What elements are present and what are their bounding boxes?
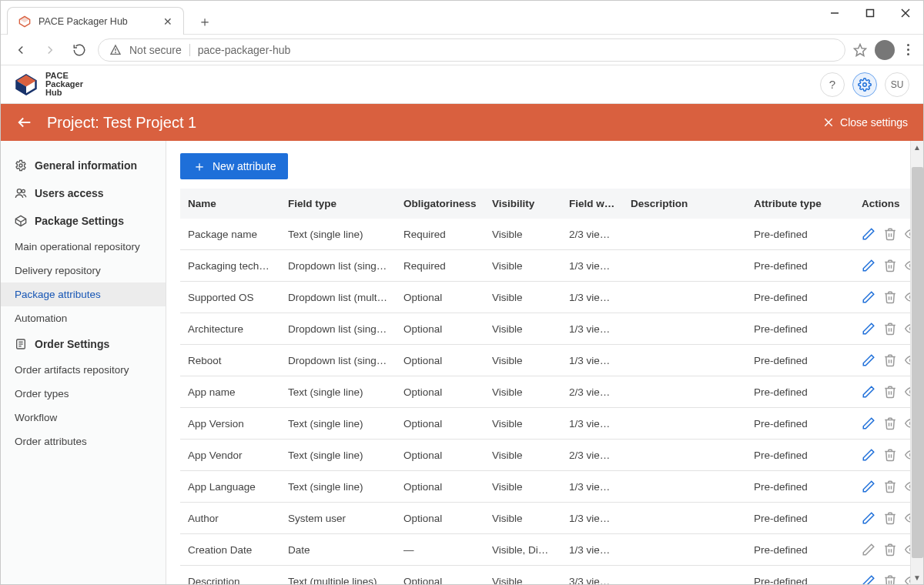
window-minimize-button[interactable] <box>817 1 852 25</box>
delete-icon[interactable] <box>883 227 897 241</box>
edit-icon[interactable] <box>862 259 875 272</box>
close-settings-button[interactable]: Close settings <box>823 116 908 129</box>
table-cell: Pre-defined <box>746 408 854 440</box>
sidebar-item[interactable]: Order types <box>1 382 166 406</box>
edit-icon[interactable] <box>862 574 875 584</box>
nav-back-button[interactable] <box>10 39 32 61</box>
edit-icon[interactable] <box>862 480 875 493</box>
table-cell: Optional <box>396 471 484 503</box>
table-cell: 1/3 view ... <box>561 282 623 313</box>
table-cell: System user <box>280 503 396 534</box>
new-tab-button[interactable]: ＋ <box>193 10 216 33</box>
edit-icon[interactable] <box>862 385 875 399</box>
delete-icon[interactable] <box>883 416 897 430</box>
scroll-thumb[interactable] <box>912 167 923 558</box>
svg-point-16 <box>19 164 22 167</box>
table-cell: Optional <box>396 440 484 471</box>
svg-point-12 <box>863 82 867 86</box>
table-cell: Visible <box>484 408 561 440</box>
delete-icon[interactable] <box>883 511 897 525</box>
sidebar-section[interactable]: Package Settings <box>1 207 166 235</box>
table-cell: 1/3 view ... <box>561 250 623 282</box>
sidebar-item[interactable]: Automation <box>1 306 166 330</box>
vertical-scrollbar[interactable]: ▲ ▼ <box>910 141 923 584</box>
table-cell: Text (single line) <box>280 471 396 503</box>
table-cell: App Vendor <box>180 440 280 471</box>
sidebar-item[interactable]: Workflow <box>1 406 166 430</box>
edit-icon[interactable] <box>862 543 875 557</box>
table-cell: Visible <box>484 219 561 250</box>
main-content: ＋ New attribute NameField typeObligatori… <box>166 141 923 584</box>
table-header: Field type <box>280 189 396 219</box>
help-button[interactable]: ? <box>820 72 845 97</box>
table-cell: Optional <box>396 345 484 376</box>
window-close-button[interactable] <box>888 1 923 25</box>
edit-icon[interactable] <box>862 353 875 367</box>
scroll-up-icon[interactable]: ▲ <box>913 141 921 154</box>
delete-icon[interactable] <box>883 290 897 304</box>
delete-icon[interactable] <box>883 385 897 399</box>
not-secure-label: Not secure <box>129 44 182 56</box>
delete-icon[interactable] <box>883 574 897 584</box>
profile-avatar-icon[interactable] <box>875 40 895 60</box>
table-cell <box>623 503 746 534</box>
banner-back-button[interactable] <box>16 114 33 131</box>
svg-point-18 <box>22 189 25 192</box>
table-cell: Required <box>396 250 484 282</box>
table-cell: Text (single line) <box>280 440 396 471</box>
edit-icon[interactable] <box>862 290 875 304</box>
sidebar-item[interactable]: Order attributes <box>1 430 166 453</box>
table-row: ArchitectureDropdown list (single c...Op… <box>180 313 923 345</box>
table-cell: Supported OS <box>180 282 280 313</box>
table-cell: Optional <box>396 313 484 345</box>
table-row: Creation DateDate—Visible, Disabl...1/3 … <box>180 534 923 566</box>
delete-icon[interactable] <box>883 480 897 493</box>
delete-icon[interactable] <box>883 353 897 367</box>
user-badge[interactable]: SU <box>885 72 909 97</box>
users-icon <box>15 187 27 199</box>
sidebar-item[interactable]: Main operational repository <box>1 235 166 259</box>
table-cell: 2/3 view ... <box>561 219 623 250</box>
table-cell: 1/3 view ... <box>561 471 623 503</box>
window-maximize-button[interactable] <box>852 1 888 25</box>
sidebar-item[interactable]: Package attributes <box>1 282 166 306</box>
edit-icon[interactable] <box>862 448 875 462</box>
app-header: PACE Packager Hub ? SU <box>1 65 923 104</box>
bookmark-star-icon[interactable] <box>853 43 867 57</box>
delete-icon[interactable] <box>883 259 897 272</box>
table-cell: Pre-defined <box>746 440 854 471</box>
sidebar-item[interactable]: Order artifacts repository <box>1 358 166 382</box>
table-cell: Pre-defined <box>746 471 854 503</box>
new-attribute-button[interactable]: ＋ New attribute <box>180 153 288 179</box>
sidebar-section[interactable]: Order Settings <box>1 330 166 358</box>
delete-icon[interactable] <box>883 543 897 557</box>
table-row: DescriptionText (multiple lines)Optional… <box>180 566 923 585</box>
sidebar-section[interactable]: Users access <box>1 179 166 207</box>
edit-icon[interactable] <box>862 227 875 241</box>
table-cell: Packaging technolo... <box>180 250 280 282</box>
sidebar-section[interactable]: General information <box>1 152 166 179</box>
sidebar-item[interactable]: Delivery repository <box>1 259 166 282</box>
browser-menu-button[interactable] <box>902 44 914 55</box>
table-cell: 1/3 view ... <box>561 408 623 440</box>
gear-icon <box>15 159 27 172</box>
edit-icon[interactable] <box>862 416 875 430</box>
table-cell: Pre-defined <box>746 219 854 250</box>
table-cell: Text (single line) <box>280 219 396 250</box>
table-cell: Dropdown list (multiple... <box>280 282 396 313</box>
edit-icon[interactable] <box>862 322 875 336</box>
table-cell: Required <box>396 219 484 250</box>
edit-icon[interactable] <box>862 511 875 525</box>
address-bar[interactable]: Not secure pace-packager-hub <box>98 38 845 62</box>
table-cell: 3/3 view ... <box>561 566 623 585</box>
browser-tab[interactable]: PACE Packager Hub ✕ <box>7 7 184 35</box>
settings-button[interactable] <box>852 72 877 97</box>
delete-icon[interactable] <box>883 448 897 462</box>
not-secure-icon <box>109 44 122 56</box>
nav-forward-button[interactable] <box>39 39 61 61</box>
delete-icon[interactable] <box>883 322 897 336</box>
table-cell: Visible <box>484 250 561 282</box>
scroll-down-icon[interactable]: ▼ <box>913 571 921 584</box>
nav-reload-button[interactable] <box>69 39 90 61</box>
tab-close-icon[interactable]: ✕ <box>163 15 172 28</box>
